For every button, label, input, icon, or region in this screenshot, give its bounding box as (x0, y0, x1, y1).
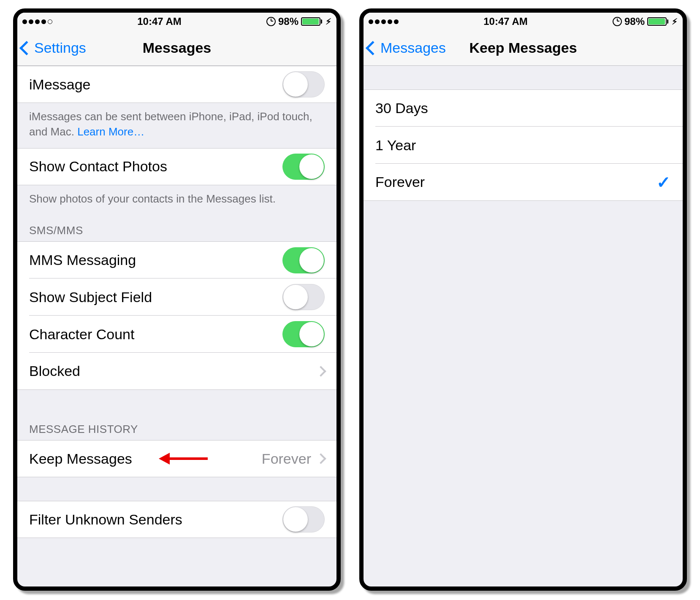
status-bar: 10:47 AM 98% ⚡︎ (364, 13, 683, 30)
history-header: MESSAGE HISTORY (17, 414, 336, 440)
option-30-days[interactable]: 30 Days (364, 89, 683, 127)
chevron-left-icon (19, 41, 34, 55)
toggle-subject-field[interactable] (282, 284, 325, 310)
charging-icon: ⚡︎ (326, 16, 331, 27)
chevron-right-icon (315, 366, 326, 376)
cell-keep-messages[interactable]: Keep Messages Forever (17, 440, 336, 477)
toggle-contact-photos[interactable] (282, 154, 325, 180)
cell-label: Filter Unknown Senders (29, 511, 182, 528)
status-time: 10:47 AM (137, 16, 181, 27)
option-label: 1 Year (375, 137, 416, 154)
phone-right: 10:47 AM 98% ⚡︎ Messages Keep Messages 3… (359, 8, 687, 591)
back-label: Messages (380, 40, 446, 56)
toggle-imessage[interactable] (282, 71, 325, 97)
cell-label: Show Subject Field (29, 289, 152, 305)
sms-header: SMS/MMS (17, 215, 336, 241)
cell-label: Keep Messages (29, 451, 132, 467)
back-label: Settings (34, 40, 86, 56)
cell-label: Blocked (29, 363, 80, 379)
cell-label: iMessage (29, 76, 91, 93)
cell-filter-unknown[interactable]: Filter Unknown Senders (17, 501, 336, 538)
keep-messages-value: Forever (262, 451, 311, 467)
signal-dots-icon (22, 19, 52, 24)
option-label: 30 Days (375, 100, 428, 116)
battery-percent: 98% (624, 16, 645, 27)
alarm-icon (613, 17, 622, 26)
charging-icon: ⚡︎ (672, 16, 678, 27)
chevron-left-icon (366, 41, 380, 55)
option-label: Forever (375, 174, 425, 190)
toggle-character-count[interactable] (282, 321, 325, 347)
annotation-arrow-icon (159, 453, 208, 465)
checkmark-icon: ✓ (657, 173, 671, 192)
battery-icon (301, 17, 322, 26)
toggle-filter-unknown[interactable] (282, 506, 325, 532)
cell-blocked[interactable]: Blocked (17, 353, 336, 390)
toggle-mms[interactable] (282, 247, 325, 273)
alarm-icon (266, 17, 276, 26)
cell-contact-photos[interactable]: Show Contact Photos (17, 148, 336, 185)
imessage-footer: iMessages can be sent between iPhone, iP… (17, 103, 336, 148)
cell-mms[interactable]: MMS Messaging (17, 241, 336, 278)
phone-left: 10:47 AM 98% ⚡︎ Settings Messages iMessa… (13, 8, 341, 591)
cell-label: Show Contact Photos (29, 158, 167, 175)
back-button[interactable]: Messages (368, 40, 446, 56)
cell-label: MMS Messaging (29, 252, 136, 268)
back-button[interactable]: Settings (22, 40, 86, 56)
settings-content: iMessage iMessages can be sent between i… (17, 66, 336, 586)
cell-subject-field[interactable]: Show Subject Field (17, 278, 336, 316)
status-bar: 10:47 AM 98% ⚡︎ (17, 13, 336, 30)
battery-icon (647, 17, 668, 26)
cell-imessage[interactable]: iMessage (17, 66, 336, 103)
nav-bar: Messages Keep Messages (364, 30, 683, 66)
signal-dots-icon (369, 19, 399, 24)
cell-character-count[interactable]: Character Count (17, 316, 336, 353)
learn-more-link[interactable]: Learn More… (77, 125, 144, 138)
option-forever[interactable]: Forever ✓ (364, 164, 683, 201)
option-1-year[interactable]: 1 Year (364, 127, 683, 164)
contact-photos-footer: Show photos of your contacts in the Mess… (17, 185, 336, 215)
keep-messages-content: 30 Days 1 Year Forever ✓ (364, 66, 683, 586)
nav-bar: Settings Messages (17, 30, 336, 66)
cell-label: Character Count (29, 326, 134, 343)
chevron-right-icon (315, 453, 326, 464)
battery-percent: 98% (278, 16, 298, 27)
status-time: 10:47 AM (483, 16, 527, 27)
